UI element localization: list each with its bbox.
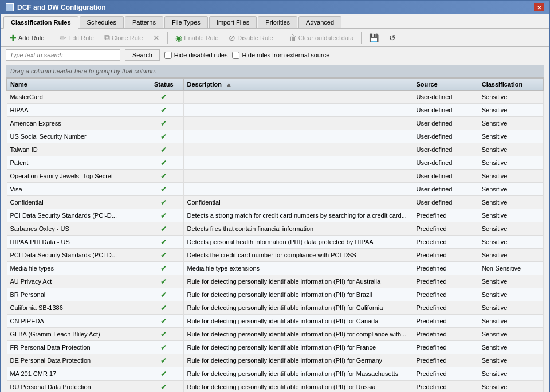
table-header-row: Name Status Description ▲ Source	[7, 79, 544, 91]
cell-name: HIPAA PHI Data - US	[7, 236, 144, 249]
table-row[interactable]: FR Personal Data Protection✔Rule for det…	[7, 341, 544, 354]
hide-disabled-label: Hide disabled rules	[174, 52, 228, 58]
cell-source: Predefined	[412, 341, 478, 354]
cell-status: ✔	[144, 288, 183, 301]
save-button[interactable]: 💾	[365, 32, 383, 44]
table-row[interactable]: California SB-1386✔Rule for detecting pe…	[7, 301, 544, 315]
cell-source: User-defined	[412, 143, 478, 156]
status-enabled-icon: ✔	[160, 237, 167, 246]
toolbar-sep-4	[361, 32, 362, 44]
table-row[interactable]: HIPAA✔User-definedSensitive	[7, 104, 544, 117]
table-row[interactable]: Sarbanes Oxley - US✔Detects files that c…	[7, 222, 544, 236]
table-row[interactable]: Media file types✔Media file type extensi…	[7, 262, 544, 275]
refresh-button[interactable]: ↺	[385, 32, 400, 44]
table-row[interactable]: Operation Family Jewels- Top Secret✔User…	[7, 170, 544, 183]
disable-rule-button[interactable]: ⊘ Disable Rule	[225, 32, 277, 44]
status-enabled-icon: ✔	[160, 158, 167, 167]
table-row[interactable]: GLBA (Gramm-Leach Bliley Act)✔Rule for d…	[7, 328, 544, 341]
hide-external-checkbox[interactable]	[232, 52, 239, 59]
cell-status: ✔	[144, 354, 183, 367]
table-row[interactable]: PCI Data Security Standards (PCI-D...✔De…	[7, 249, 544, 262]
search-bar: Search Hide disabled rules Hide rules fr…	[1, 47, 549, 63]
cell-source: User-defined	[412, 170, 478, 183]
table-row[interactable]: CN PIPEDA✔Rule for detecting personally …	[7, 315, 544, 328]
col-header-source[interactable]: Source	[412, 79, 478, 91]
toolbar-sep-3	[281, 32, 281, 44]
table-row[interactable]: MA 201 CMR 17✔Rule for detecting persona…	[7, 367, 544, 381]
table-row[interactable]: American Express✔User-definedSensitive	[7, 117, 544, 130]
col-header-description[interactable]: Description ▲	[183, 79, 412, 91]
cell-description: Rule for detecting personally identifiab…	[183, 367, 412, 381]
table-row[interactable]: HIPAA PHI Data - US✔Detects personal hea…	[7, 236, 544, 249]
cell-description	[183, 183, 412, 196]
tab-advanced[interactable]: Advanced	[298, 16, 341, 28]
status-enabled-icon: ✔	[160, 369, 167, 378]
cell-classification: Sensitive	[478, 196, 543, 209]
rules-table: Name Status Description ▲ Source	[6, 78, 544, 392]
status-enabled-icon: ✔	[160, 330, 167, 339]
cell-classification: Sensitive	[478, 341, 543, 354]
cell-classification: Non-Sensitive	[478, 262, 543, 275]
tab-import-files[interactable]: Import Files	[209, 16, 257, 28]
status-enabled-icon: ✔	[160, 185, 167, 194]
tab-priorities[interactable]: Priorities	[258, 16, 297, 28]
refresh-icon: ↺	[389, 33, 396, 42]
tab-classification-rules[interactable]: Classification Rules	[3, 16, 78, 29]
table-row[interactable]: DE Personal Data Protection✔Rule for det…	[7, 354, 544, 367]
status-enabled-icon: ✔	[160, 343, 167, 352]
status-enabled-icon: ✔	[160, 92, 167, 101]
cell-status: ✔	[144, 183, 183, 196]
table-row[interactable]: Visa✔User-definedSensitive	[7, 183, 544, 196]
enable-icon: ◉	[175, 33, 182, 42]
clear-data-label: Clear outdated data	[298, 34, 354, 41]
enable-rule-button[interactable]: ◉ Enable Rule	[171, 32, 222, 44]
col-header-classification[interactable]: Classification	[478, 79, 543, 91]
cell-description: Detects files that contain financial inf…	[183, 222, 412, 236]
tab-schedules[interactable]: Schedules	[80, 16, 124, 28]
save-icon: 💾	[369, 33, 379, 42]
edit-rule-button[interactable]: ✏ Edit Rule	[56, 32, 98, 44]
hide-disabled-checkbox-label[interactable]: Hide disabled rules	[164, 52, 228, 59]
clear-data-button[interactable]: 🗑 Clear outdated data	[285, 32, 358, 44]
table-row[interactable]: PCI Data Security Standards (PCI-D...✔De…	[7, 209, 544, 222]
main-window: DCF and DW Configuration ✕ Classificatio…	[0, 0, 550, 392]
cell-name: California SB-1386	[7, 301, 144, 315]
table-container[interactable]: Name Status Description ▲ Source	[6, 77, 544, 392]
clone-rule-button[interactable]: ⧉ Clone Rule	[100, 31, 147, 44]
cell-classification: Sensitive	[478, 183, 543, 196]
cell-classification: Sensitive	[478, 354, 543, 367]
status-enabled-icon: ✔	[160, 303, 167, 312]
window-close-button[interactable]: ✕	[534, 3, 544, 11]
cell-name: MasterCard	[7, 91, 144, 104]
cell-source: Predefined	[412, 262, 478, 275]
table-row[interactable]: AU Privacy Act✔Rule for detecting person…	[7, 275, 544, 288]
col-header-name[interactable]: Name	[7, 79, 144, 91]
cell-description	[183, 117, 412, 130]
search-button[interactable]: Search	[125, 49, 160, 61]
cell-source: User-defined	[412, 156, 478, 170]
status-enabled-icon: ✔	[160, 224, 167, 233]
hide-external-checkbox-label[interactable]: Hide rules from external source	[232, 52, 329, 59]
cell-description	[183, 143, 412, 156]
col-header-status[interactable]: Status	[144, 79, 183, 91]
delete-rule-button[interactable]: ✕	[149, 32, 164, 44]
tab-file-types[interactable]: File Types	[164, 16, 208, 28]
table-row[interactable]: RU Personal Data Protection✔Rule for det…	[7, 381, 544, 393]
table-row[interactable]: Patent✔User-definedSensitive	[7, 156, 544, 170]
add-rule-button[interactable]: ✚ Add Rule	[6, 32, 48, 44]
cell-source: Predefined	[412, 354, 478, 367]
add-rule-label: Add Rule	[18, 34, 44, 41]
table-row[interactable]: Confidential✔ConfidentialUser-definedSen…	[7, 196, 544, 209]
cell-name: AU Privacy Act	[7, 275, 144, 288]
title-bar-left: DCF and DW Configuration	[6, 3, 106, 11]
tab-patterns[interactable]: Patterns	[125, 16, 163, 28]
table-row[interactable]: MasterCard✔User-definedSensitive	[7, 91, 544, 104]
search-input[interactable]	[6, 49, 120, 61]
cell-classification: Sensitive	[478, 275, 543, 288]
cell-description: Detects personal health information (PHI…	[183, 236, 412, 249]
hide-disabled-checkbox[interactable]	[164, 52, 172, 59]
table-row[interactable]: BR Personal✔Rule for detecting personall…	[7, 288, 544, 301]
table-row[interactable]: US Social Security Number✔User-definedSe…	[7, 130, 544, 143]
table-row[interactable]: Taiwan ID✔User-definedSensitive	[7, 143, 544, 156]
cell-description	[183, 104, 412, 117]
